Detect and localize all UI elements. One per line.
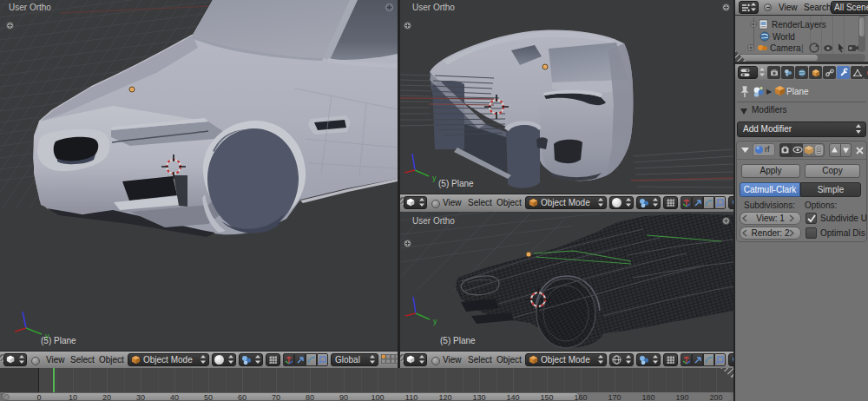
svg-text:y: y: [433, 317, 437, 325]
svg-text:y: y: [432, 174, 437, 182]
